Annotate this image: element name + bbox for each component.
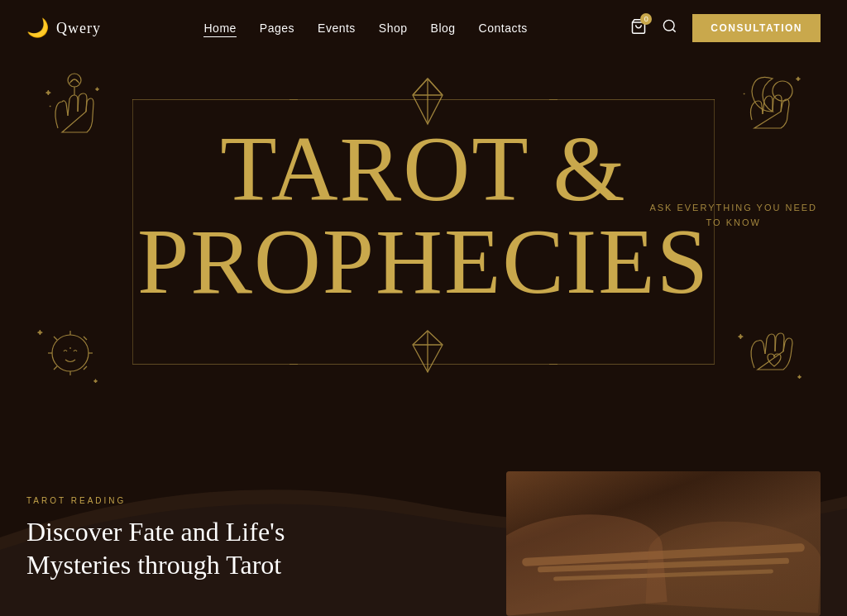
nav-links: Home Pages Events Shop Blog Contacts <box>203 21 527 36</box>
nav-link-home[interactable]: Home <box>203 21 236 37</box>
svg-point-12 <box>773 81 792 101</box>
hero-subtitle-line1: ASK EVERYTHING YOU NEED <box>649 201 817 216</box>
svg-point-3 <box>68 74 81 87</box>
svg-line-10 <box>413 79 428 95</box>
cart-icon[interactable]: 0 <box>630 18 647 39</box>
photo-bg <box>506 471 821 616</box>
svg-text:✦: ✦ <box>45 89 51 97</box>
navbar: 🌙 Qwery Home Pages Events Shop Blog Cont… <box>0 0 847 56</box>
nav-item-events[interactable]: Events <box>318 21 356 36</box>
logo-moon-icon: 🌙 <box>26 17 50 39</box>
nav-item-blog[interactable]: Blog <box>431 21 456 36</box>
nav-link-shop[interactable]: Shop <box>379 21 408 35</box>
nav-item-home[interactable]: Home <box>203 21 236 36</box>
svg-text:✦: ✦ <box>796 76 801 83</box>
svg-point-15 <box>52 335 89 371</box>
crystal-top-icon <box>405 74 451 124</box>
svg-text:✦: ✦ <box>738 333 744 341</box>
sun-face-icon: ✦ ✦ <box>29 318 112 393</box>
nav-item-shop[interactable]: Shop <box>379 21 408 36</box>
hero-title: TAROT & PROPHECIES <box>137 122 710 308</box>
deco-line-top-right <box>549 99 715 100</box>
svg-line-24 <box>84 366 87 370</box>
nav-link-events[interactable]: Events <box>318 21 356 35</box>
svg-text:✦: ✦ <box>95 87 99 92</box>
deco-line-bottom-left <box>132 364 298 365</box>
hand-heart-icon: ✦ ✦ <box>731 306 814 389</box>
cart-badge: 0 <box>640 13 652 25</box>
nav-item-pages[interactable]: Pages <box>260 21 294 36</box>
deco-line-bottom-right <box>549 364 715 365</box>
svg-text:✦: ✦ <box>37 329 43 337</box>
hero-subtitle-block: ASK EVERYTHING YOU NEED TO KNOW <box>649 201 817 230</box>
section-heading-line2: Mysteries through Tarot <box>26 550 281 580</box>
consultation-button[interactable]: CONSULTATION <box>692 14 821 42</box>
section-heading-line1: Discover Fate and Life's <box>26 517 285 547</box>
svg-text:✦: ✦ <box>93 379 98 384</box>
hero-section: ✦ ✦ · ✦ · <box>0 0 847 471</box>
hero-subtitle-line2: TO KNOW <box>649 216 817 231</box>
tarot-photo <box>506 471 821 616</box>
nav-item-contacts[interactable]: Contacts <box>479 21 528 36</box>
nav-link-blog[interactable]: Blog <box>431 21 456 35</box>
hero-title-line1: TAROT & <box>220 117 626 220</box>
section-heading: Discover Fate and Life's Mysteries throu… <box>26 515 506 581</box>
search-icon[interactable] <box>662 18 677 38</box>
lower-left: TAROT READING Discover Fate and Life's M… <box>26 471 506 581</box>
svg-text:✦: ✦ <box>797 375 802 380</box>
logo[interactable]: 🌙 Qwery <box>26 17 101 39</box>
hero-content: TAROT & PROPHECIES ASK EVERYTHING YOU NE… <box>0 122 847 308</box>
svg-line-2 <box>673 29 676 31</box>
logo-text: Qwery <box>56 20 101 37</box>
nav-right: 0 CONSULTATION <box>630 14 821 42</box>
hero-title-line2: PROPHECIES <box>137 210 710 313</box>
section-label: TAROT READING <box>26 496 506 505</box>
svg-point-1 <box>664 20 675 31</box>
svg-line-22 <box>84 337 87 340</box>
svg-line-23 <box>54 366 57 370</box>
nav-link-pages[interactable]: Pages <box>260 21 294 35</box>
crystal-bottom-icon <box>405 327 451 372</box>
svg-line-21 <box>54 337 57 340</box>
svg-text:·: · <box>50 104 50 108</box>
svg-text:·: · <box>744 92 744 96</box>
svg-line-11 <box>428 79 443 95</box>
lower-section: TAROT READING Discover Fate and Life's M… <box>0 455 847 616</box>
deco-line-top-left <box>132 99 298 100</box>
nav-link-contacts[interactable]: Contacts <box>479 21 528 35</box>
